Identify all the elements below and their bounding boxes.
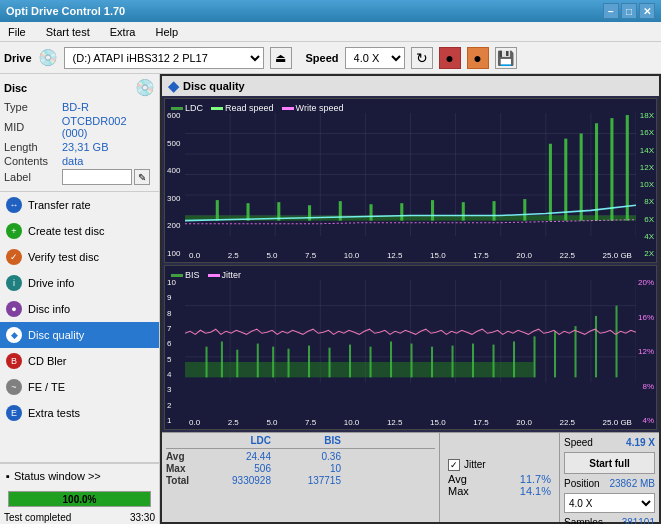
sidebar-item-disc-quality[interactable]: ◆ Disc quality <box>0 322 159 348</box>
jitter-max-value: 14.1% <box>520 485 551 497</box>
sidebar: Disc 💿 Type BD-R MID OTCBDR002 (000) Len… <box>0 74 160 524</box>
disc-header: Disc 💿 <box>4 78 155 97</box>
legend-ldc: LDC <box>171 103 203 113</box>
sidebar-item-create-test-disc[interactable]: + Create test disc <box>0 218 159 244</box>
speed-row: Speed 4.19 X <box>564 437 655 448</box>
label-input[interactable] <box>62 169 132 185</box>
svg-rect-55 <box>349 345 351 378</box>
color2-button[interactable]: ● <box>467 47 489 69</box>
legend-write-speed-label: Write speed <box>296 103 344 113</box>
bottom-chart-svg <box>185 280 636 383</box>
svg-rect-24 <box>462 202 465 220</box>
stats-panel: LDC BIS Avg 24.44 0.36 Max 506 10 Tota <box>162 432 659 522</box>
speed-combo-select[interactable]: 4.0 X <box>564 493 655 513</box>
svg-rect-31 <box>610 118 613 221</box>
bottom-legend: BIS Jitter <box>167 268 245 282</box>
status-row: Test completed 33:30 <box>0 511 159 524</box>
menu-start-test[interactable]: Start test <box>42 24 94 40</box>
app-title: Opti Drive Control 1.70 <box>6 5 125 17</box>
svg-rect-22 <box>400 203 403 220</box>
jitter-avg-label: Avg <box>448 473 467 485</box>
label-edit-button[interactable]: ✎ <box>134 169 150 185</box>
main-content: ◆ Disc quality LDC Read speed <box>160 74 661 524</box>
disc-quality-icon: ◆ <box>6 327 22 343</box>
cd-bler-icon: B <box>6 353 22 369</box>
svg-rect-61 <box>472 344 474 378</box>
svg-rect-49 <box>236 350 238 378</box>
sidebar-menu: ↔ Transfer rate + Create test disc ✓ Ver… <box>0 192 159 462</box>
drive-info-label: Drive info <box>28 277 74 289</box>
dq-icon: ◆ <box>168 78 179 94</box>
minimize-button[interactable]: − <box>603 3 619 19</box>
ldc-color <box>171 107 183 110</box>
total-bis-value: 137715 <box>291 475 341 486</box>
verify-test-label: Verify test disc <box>28 251 99 263</box>
sidebar-item-transfer-rate[interactable]: ↔ Transfer rate <box>0 192 159 218</box>
jitter-checkbox[interactable]: ✓ <box>448 459 460 471</box>
svg-rect-59 <box>431 347 433 378</box>
disc-info-label: Disc info <box>28 303 70 315</box>
save-button[interactable]: 💾 <box>495 47 517 69</box>
max-row: Max 506 10 <box>166 463 435 474</box>
dq-title: Disc quality <box>183 80 245 92</box>
disc-type-row: Type BD-R <box>4 101 155 113</box>
svg-rect-64 <box>534 336 536 377</box>
sidebar-item-drive-info[interactable]: i Drive info <box>0 270 159 296</box>
svg-rect-52 <box>288 349 290 378</box>
svg-rect-56 <box>370 347 372 378</box>
close-button[interactable]: ✕ <box>639 3 655 19</box>
total-row: Total 9330928 137715 <box>166 475 435 486</box>
top-chart: LDC Read speed Write speed <box>164 98 657 263</box>
drive-select[interactable]: (D:) ATAPI iHBS312 2 PL17 <box>64 47 264 69</box>
svg-rect-54 <box>329 348 331 378</box>
svg-rect-17 <box>247 203 250 220</box>
sidebar-item-fe-te[interactable]: ~ FE / TE <box>0 374 159 400</box>
disc-panel: Disc 💿 Type BD-R MID OTCBDR002 (000) Len… <box>0 74 159 192</box>
legend-jitter-label: Jitter <box>222 270 242 280</box>
eject-button[interactable]: ⏏ <box>270 47 292 69</box>
svg-rect-58 <box>411 344 413 378</box>
menu-extra[interactable]: Extra <box>106 24 140 40</box>
sidebar-item-extra-tests[interactable]: E Extra tests <box>0 400 159 426</box>
dq-header: ◆ Disc quality <box>162 76 659 96</box>
drive-info-icon: i <box>6 275 22 291</box>
start-full-button[interactable]: Start full <box>564 452 655 474</box>
type-label: Type <box>4 101 62 113</box>
disc-mid-row: MID OTCBDR002 (000) <box>4 115 155 139</box>
sidebar-item-cd-bler[interactable]: B CD Bler <box>0 348 159 374</box>
menu-file[interactable]: File <box>4 24 30 40</box>
jitter-section: ✓ Jitter Avg 11.7% Max 14.1% <box>439 433 559 522</box>
empty-header <box>166 435 196 446</box>
transfer-rate-icon: ↔ <box>6 197 22 213</box>
sidebar-item-disc-info[interactable]: ● Disc info <box>0 296 159 322</box>
max-label: Max <box>166 463 196 474</box>
fe-te-label: FE / TE <box>28 381 65 393</box>
stats-table: LDC BIS Avg 24.44 0.36 Max 506 10 Tota <box>162 433 439 522</box>
legend-bis-label: BIS <box>185 270 200 280</box>
svg-rect-16 <box>216 200 219 221</box>
refresh-button[interactable]: ↻ <box>411 47 433 69</box>
svg-rect-25 <box>493 201 496 220</box>
avg-ldc-value: 24.44 <box>216 451 271 462</box>
speed-label: Speed <box>306 52 339 64</box>
color1-button[interactable]: ● <box>439 47 461 69</box>
disc-quality-label: Disc quality <box>28 329 84 341</box>
top-legend: LDC Read speed Write speed <box>167 101 347 115</box>
jitter-label: Jitter <box>464 459 486 470</box>
speed-select[interactable]: 4.0 X <box>345 47 405 69</box>
menu-help[interactable]: Help <box>151 24 182 40</box>
status-window-button[interactable]: ▪ Status window >> <box>0 463 159 487</box>
sidebar-bottom: ▪ Status window >> 100.0% Test completed… <box>0 462 159 524</box>
label-label: Label <box>4 171 62 183</box>
status-time: 33:30 <box>130 512 155 523</box>
sidebar-item-verify-test-disc[interactable]: ✓ Verify test disc <box>0 244 159 270</box>
max-bis-value: 10 <box>291 463 341 474</box>
maximize-button[interactable]: □ <box>621 3 637 19</box>
fe-te-icon: ~ <box>6 379 22 395</box>
x-labels-top: 0.0 2.5 5.0 7.5 10.0 12.5 15.0 17.5 20.0… <box>189 251 632 260</box>
jitter-avg-value: 11.7% <box>520 473 551 485</box>
drive-icon: 💿 <box>38 48 58 67</box>
create-test-icon: + <box>6 223 22 239</box>
svg-rect-47 <box>206 347 208 378</box>
speed-value: 4.19 X <box>626 437 655 448</box>
